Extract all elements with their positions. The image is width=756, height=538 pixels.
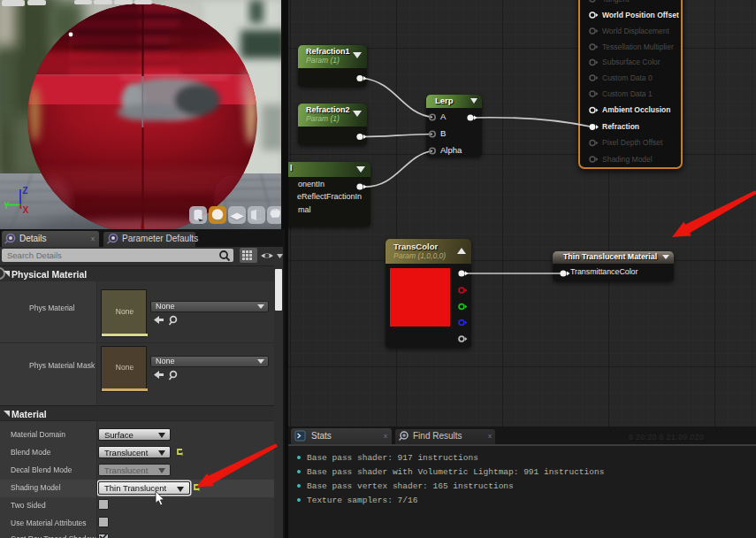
- svg-text:Physical Material: Physical Material: [11, 269, 87, 280]
- svg-text:6 20:20 6 21:09.020: 6 20:20 6 21:09.020: [629, 433, 704, 442]
- svg-text:Material: Material: [11, 409, 47, 419]
- svg-text:Find Results: Find Results: [413, 431, 462, 441]
- svg-text:Z: Z: [23, 186, 28, 196]
- svg-text:Parameter Defaults: Parameter Defaults: [122, 234, 198, 243]
- svg-text:x: x: [91, 234, 95, 242]
- svg-text:Stats: Stats: [311, 431, 332, 441]
- svg-text:x: x: [384, 432, 387, 440]
- svg-text:X: X: [23, 205, 29, 215]
- svg-text:x: x: [488, 432, 492, 440]
- svg-text:Y: Y: [4, 201, 10, 211]
- svg-text:Details: Details: [19, 234, 47, 243]
